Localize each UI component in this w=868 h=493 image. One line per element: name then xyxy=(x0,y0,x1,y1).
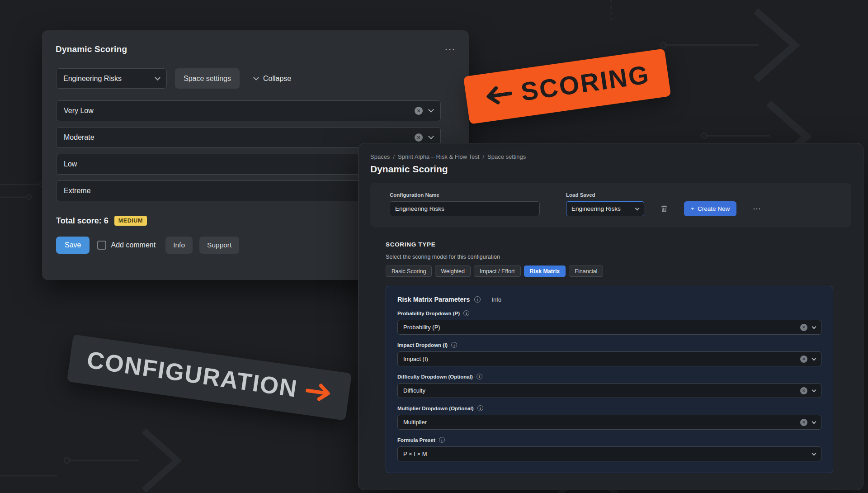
chevron-down-icon xyxy=(812,356,816,360)
risk-panel-header: Risk Matrix Parameters i Info xyxy=(397,296,821,303)
impact-value: Impact (I) xyxy=(403,356,428,362)
tab-weighted[interactable]: Weighted xyxy=(435,265,471,277)
difficulty-select[interactable]: Difficulty ✕ xyxy=(397,383,821,398)
configuration-name-group: Configuration Name xyxy=(390,192,540,216)
save-button[interactable]: Save xyxy=(56,237,90,254)
clear-icon[interactable]: ✕ xyxy=(415,133,423,142)
support-button[interactable]: Support xyxy=(199,237,239,254)
select-icons xyxy=(812,453,816,455)
score-select-1[interactable]: Very Low ✕ xyxy=(56,100,441,121)
info-icon[interactable]: i xyxy=(476,374,482,379)
info-icon[interactable]: i xyxy=(474,296,481,303)
tab-risk-matrix[interactable]: Risk Matrix xyxy=(524,265,566,277)
info-button[interactable]: Info xyxy=(165,237,193,254)
multiplier-value: Multiplier xyxy=(403,419,427,426)
plus-icon: + xyxy=(691,205,694,212)
impact-select[interactable]: Impact (I) ✕ xyxy=(397,351,821,366)
settings-content: SCORING TYPE Select the scoring model fo… xyxy=(370,241,851,473)
scoring-type-tabs: Basic Scoring Weighted Impact / Effort R… xyxy=(386,265,833,277)
breadcrumb: Spaces / Sprint Alpha – Risk & Flow Test… xyxy=(370,153,851,160)
multiplier-field-group: Multiplier Dropdown (Optional) i Multipl… xyxy=(397,405,821,430)
severity-badge: MEDIUM xyxy=(114,216,147,226)
clear-icon[interactable]: ✕ xyxy=(415,107,423,115)
load-saved-select[interactable]: Engineering Risks xyxy=(566,201,644,216)
breadcrumb-item-spaces[interactable]: Spaces xyxy=(370,153,390,160)
breadcrumb-item-space[interactable]: Sprint Alpha – Risk & Flow Test xyxy=(398,153,479,160)
configuration-name-label: Configuration Name xyxy=(390,192,540,198)
more-options-button[interactable]: ⋯ xyxy=(749,201,765,216)
tab-impact-effort[interactable]: Impact / Effort xyxy=(474,265,521,277)
field-label-row: Formula Preset i xyxy=(397,437,821,443)
configuration-name-input[interactable] xyxy=(390,201,540,216)
clear-icon[interactable]: ✕ xyxy=(800,419,807,426)
probability-select[interactable]: Probability (P) ✕ xyxy=(397,320,821,335)
select-icons: ✕ xyxy=(800,324,816,331)
create-new-label: Create New xyxy=(698,205,730,212)
score-select-value: Low xyxy=(64,160,77,168)
widget-title: Dynamic Scoring xyxy=(56,44,127,54)
delete-configuration-button[interactable] xyxy=(656,201,672,216)
load-saved-group: Load Saved Engineering Risks xyxy=(566,192,644,216)
formula-preset-label: Formula Preset xyxy=(397,437,435,443)
chevron-down-icon xyxy=(155,75,160,81)
collapse-label: Collapse xyxy=(263,75,291,83)
difficulty-value: Difficulty xyxy=(403,387,425,394)
tab-financial[interactable]: Financial xyxy=(569,265,603,277)
select-icons: ✕ xyxy=(415,133,433,142)
select-icons: ✕ xyxy=(800,419,816,426)
score-select-value: Moderate xyxy=(64,133,94,142)
create-new-button[interactable]: + Create New xyxy=(684,201,736,216)
info-icon[interactable]: i xyxy=(439,437,445,443)
clear-icon[interactable]: ✕ xyxy=(800,324,807,331)
risk-matrix-parameters-panel: Risk Matrix Parameters i Info Probabilit… xyxy=(386,286,833,473)
widget-toolbar: Engineering Risks Space settings Collaps… xyxy=(56,68,455,89)
probability-label: Probability Dropdown (P) xyxy=(397,311,460,316)
field-label-row: Multiplier Dropdown (Optional) i xyxy=(397,405,821,411)
breadcrumb-item-current: Space settings xyxy=(487,153,526,160)
field-label-row: Impact Dropdown (I) i xyxy=(397,342,821,348)
info-icon[interactable]: i xyxy=(463,310,469,316)
multiplier-label: Multiplier Dropdown (Optional) xyxy=(397,406,474,411)
probability-value: Probability (P) xyxy=(403,324,440,331)
configuration-bar: Configuration Name Load Saved Engineerin… xyxy=(370,183,851,228)
space-settings-button[interactable]: Space settings xyxy=(175,68,240,89)
scoring-type-heading: SCORING TYPE xyxy=(386,241,833,248)
difficulty-field-group: Difficulty Dropdown (Optional) i Difficu… xyxy=(397,374,821,398)
risk-info-link[interactable]: Info xyxy=(491,296,501,303)
widget-config-select-value: Engineering Risks xyxy=(63,75,122,83)
breadcrumb-separator: / xyxy=(393,153,395,160)
probability-field-group: Probability Dropdown (P) i Probability (… xyxy=(397,310,821,335)
field-label-row: Probability Dropdown (P) i xyxy=(397,310,821,316)
space-settings-panel: Spaces / Sprint Alpha – Risk & Flow Test… xyxy=(358,143,863,490)
chevron-down-icon xyxy=(812,419,816,424)
chevron-down-icon xyxy=(253,75,259,81)
field-label-row: Difficulty Dropdown (Optional) i xyxy=(397,374,821,379)
formula-preset-field-group: Formula Preset i P × I × M xyxy=(397,437,821,461)
load-saved-value: Engineering Risks xyxy=(571,205,621,212)
add-comment-checkbox[interactable] xyxy=(97,241,106,250)
formula-preset-select[interactable]: P × I × M xyxy=(397,446,821,461)
widget-config-select[interactable]: Engineering Risks xyxy=(56,68,167,89)
select-icons: ✕ xyxy=(800,356,816,363)
scoring-type-subtext: Select the scoring model for this config… xyxy=(386,254,833,260)
info-icon[interactable]: i xyxy=(477,405,483,411)
clear-icon[interactable]: ✕ xyxy=(800,356,807,363)
info-icon[interactable]: i xyxy=(451,342,457,348)
chevron-down-icon xyxy=(812,388,816,392)
breadcrumb-separator: / xyxy=(482,153,484,160)
tab-basic-scoring[interactable]: Basic Scoring xyxy=(386,265,432,277)
collapse-toggle[interactable]: Collapse xyxy=(254,75,291,83)
multiplier-select[interactable]: Multiplier ✕ xyxy=(397,415,821,430)
load-saved-label: Load Saved xyxy=(566,192,644,198)
impact-label: Impact Dropdown (I) xyxy=(397,342,448,348)
chevron-down-icon xyxy=(812,451,816,455)
impact-field-group: Impact Dropdown (I) i Impact (I) ✕ xyxy=(397,342,821,366)
scoring-sticker-label: SCORING xyxy=(519,59,651,107)
widget-header: Dynamic Scoring ⋯ xyxy=(42,30,469,55)
clear-icon[interactable]: ✕ xyxy=(800,387,807,394)
score-select-value: Very Low xyxy=(64,107,94,115)
arrow-right-icon xyxy=(304,381,333,403)
widget-menu-button[interactable]: ⋯ xyxy=(444,44,455,55)
chevron-down-icon xyxy=(812,324,816,329)
select-icons: ✕ xyxy=(800,387,816,394)
